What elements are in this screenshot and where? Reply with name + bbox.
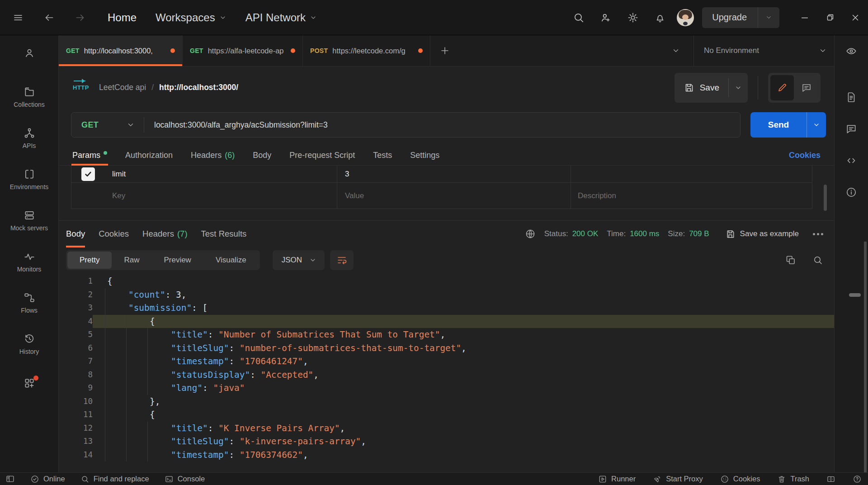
- documentation-icon[interactable]: [845, 91, 857, 103]
- tab-authorization[interactable]: Authorization: [125, 146, 173, 166]
- tab-tests[interactable]: Tests: [373, 146, 392, 166]
- code-snippet-icon[interactable]: [845, 155, 857, 166]
- param-description-placeholder[interactable]: Description: [571, 183, 812, 209]
- url-input[interactable]: localhost:3000/alfa_arghya/acSubmission?…: [154, 120, 740, 130]
- method-selector[interactable]: GET: [71, 120, 135, 130]
- status-value[interactable]: 200 OK: [572, 229, 599, 238]
- wrap-lines-button[interactable]: [330, 250, 354, 270]
- check-circle-icon: [30, 475, 39, 484]
- sidebar-item-mock-servers[interactable]: Mock servers: [0, 203, 58, 244]
- param-key-cell[interactable]: limit: [105, 166, 337, 182]
- user-avatar[interactable]: [677, 9, 694, 26]
- request-tab-3[interactable]: POST https://leetcode.com/g: [303, 35, 430, 66]
- code-scrollbar-thumb[interactable]: [849, 293, 861, 297]
- console-button[interactable]: Console: [165, 475, 205, 484]
- split-pane-button[interactable]: [826, 475, 835, 484]
- toggle-sidebar-button[interactable]: [5, 474, 15, 484]
- send-options-chevron-icon[interactable]: [807, 121, 826, 128]
- new-tab-button[interactable]: [430, 35, 459, 66]
- language-selector[interactable]: JSON: [273, 250, 325, 270]
- find-and-replace-button[interactable]: Find and replace: [80, 475, 149, 484]
- param-value-placeholder[interactable]: Value: [337, 183, 571, 209]
- settings-gear-icon[interactable]: [623, 7, 643, 28]
- tab-list-chevron-icon[interactable]: [665, 42, 687, 59]
- size-value[interactable]: 709 B: [689, 229, 709, 238]
- edit-pencil-button[interactable]: [770, 75, 794, 100]
- param-key-placeholder[interactable]: Key: [105, 183, 337, 209]
- menu-hamburger-icon[interactable]: [9, 9, 27, 27]
- response-tab-test-results[interactable]: Test Results: [201, 221, 247, 247]
- tab-params[interactable]: Params: [72, 146, 107, 166]
- runner-button[interactable]: Runner: [598, 475, 636, 484]
- workspace-user-icon[interactable]: [0, 43, 58, 62]
- request-tab-1[interactable]: GET http://localhost:3000,: [59, 35, 183, 66]
- search-body-icon[interactable]: [812, 255, 823, 266]
- globe-icon[interactable]: [525, 228, 536, 239]
- help-button[interactable]: [853, 475, 862, 484]
- sidebar-item-flows[interactable]: Flows: [0, 285, 58, 327]
- forward-arrow-icon[interactable]: [71, 9, 89, 26]
- breadcrumb-request-name[interactable]: http://localhost:3000/: [159, 83, 238, 92]
- save-options-chevron-icon[interactable]: [729, 84, 748, 91]
- copy-icon[interactable]: [785, 255, 796, 266]
- info-icon[interactable]: [845, 186, 857, 198]
- sidebar-item-history[interactable]: History: [0, 327, 58, 368]
- view-tab-visualize[interactable]: Visualize: [203, 252, 259, 269]
- view-tab-raw[interactable]: Raw: [112, 252, 151, 269]
- nav-api-network[interactable]: API Network: [245, 11, 317, 24]
- invite-user-icon[interactable]: [595, 7, 616, 28]
- search-icon[interactable]: [568, 7, 589, 28]
- back-arrow-icon[interactable]: [41, 9, 58, 26]
- response-tab-cookies[interactable]: Cookies: [99, 221, 129, 247]
- configure-sidebar-button[interactable]: [0, 374, 58, 393]
- upgrade-button[interactable]: Upgrade: [702, 7, 779, 28]
- start-proxy-button[interactable]: Start Proxy: [653, 475, 703, 484]
- comments-icon[interactable]: [845, 123, 857, 135]
- send-button[interactable]: Send: [750, 112, 826, 138]
- sidebar-item-apis[interactable]: APIs: [0, 121, 58, 162]
- view-tab-preview[interactable]: Preview: [151, 252, 203, 269]
- indent-guide: [105, 395, 105, 409]
- window-restore-button[interactable]: [817, 7, 843, 28]
- more-options-icon[interactable]: [813, 233, 823, 235]
- tab-label: Preview: [164, 256, 191, 265]
- response-tab-body[interactable]: Body: [66, 221, 85, 247]
- window-minimize-button[interactable]: [792, 7, 817, 28]
- online-status[interactable]: Online: [30, 475, 65, 484]
- environment-selector[interactable]: No Environment: [694, 46, 834, 55]
- notifications-bell-icon[interactable]: [650, 7, 670, 28]
- save-button[interactable]: Save: [675, 73, 748, 103]
- cookies-label: Cookies: [733, 475, 760, 483]
- main-content: GET http://localhost:3000, GET https://a…: [59, 35, 834, 472]
- tab-headers[interactable]: Headers (6): [191, 146, 235, 166]
- line-number: 3: [59, 301, 93, 315]
- chevron-down-icon[interactable]: [758, 14, 779, 21]
- param-enabled-checkbox[interactable]: [81, 167, 95, 181]
- param-description-cell[interactable]: [571, 166, 812, 182]
- nav-workspaces[interactable]: Workspaces: [156, 11, 226, 24]
- view-tab-pretty[interactable]: Pretty: [67, 252, 112, 269]
- nav-home[interactable]: Home: [108, 11, 137, 24]
- sidebar-item-collections[interactable]: Collections: [0, 80, 58, 121]
- time-value[interactable]: 1600 ms: [630, 229, 659, 238]
- cookies-link[interactable]: Cookies: [789, 151, 821, 160]
- comment-button[interactable]: [795, 75, 818, 100]
- environment-quick-look-icon[interactable]: [845, 45, 857, 57]
- params-scrollbar-thumb[interactable]: [824, 185, 827, 211]
- param-value-cell[interactable]: 3: [337, 166, 571, 182]
- response-tab-headers[interactable]: Headers (7): [142, 221, 188, 247]
- tab-body[interactable]: Body: [253, 146, 271, 166]
- tab-settings[interactable]: Settings: [410, 146, 439, 166]
- cookies-button[interactable]: Cookies: [720, 475, 760, 484]
- sidebar-item-monitors[interactable]: Monitors: [0, 244, 58, 285]
- sidebar-item-environments[interactable]: Environments: [0, 162, 58, 203]
- response-body-code[interactable]: 1{2"count": 3,3"submission": [4{5"title"…: [59, 273, 834, 472]
- window-scrollbar-thumb[interactable]: [864, 242, 867, 472]
- window-close-button[interactable]: [843, 7, 868, 28]
- question-circle-icon: [853, 475, 862, 484]
- breadcrumb-collection[interactable]: LeetCode api: [99, 83, 146, 92]
- trash-button[interactable]: Trash: [777, 475, 809, 484]
- save-as-example-button[interactable]: Save as example: [725, 229, 799, 239]
- request-tab-2[interactable]: GET https://alfa-leetcode-ap: [183, 35, 303, 66]
- tab-prerequest-script[interactable]: Pre-request Script: [289, 146, 355, 166]
